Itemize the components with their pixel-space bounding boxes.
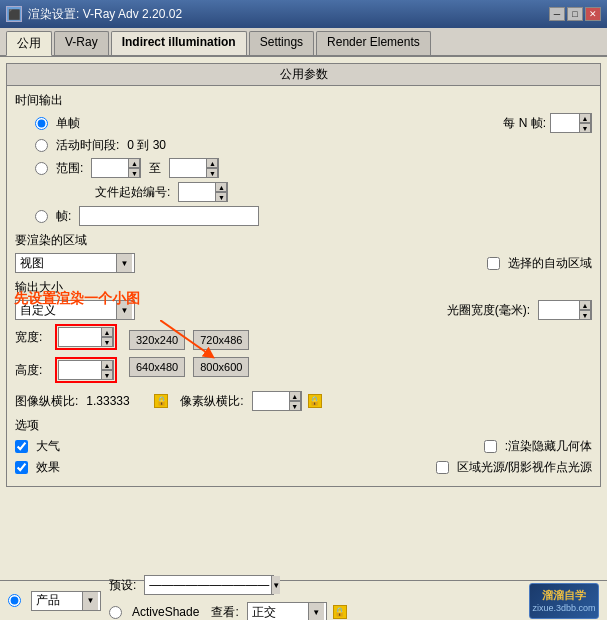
range-from-up[interactable]: ▲ <box>128 158 140 168</box>
every-n-up[interactable]: ▲ <box>579 113 591 123</box>
atmosphere-checkbox[interactable] <box>15 440 28 453</box>
active-range-label: 活动时间段: <box>56 137 119 154</box>
auto-area-label: 选择的自动区域 <box>508 255 592 272</box>
logo-box: 溜溜自学 zixue.3dbb.com <box>529 583 599 619</box>
aspect-lock-icon[interactable]: 🔒 <box>154 394 168 408</box>
aperture-up[interactable]: ▲ <box>579 300 591 310</box>
effects-label: 效果 <box>36 459 60 476</box>
preset-value: —————————— <box>147 578 271 592</box>
frames-radio[interactable] <box>35 210 48 223</box>
pixel-lock-icon[interactable]: 🔒 <box>308 394 322 408</box>
tab-common[interactable]: 公用 <box>6 31 52 56</box>
preset-row: 预设: —————————— ▼ <box>109 575 347 595</box>
section-title: 公用参数 <box>7 64 600 86</box>
width-highlight: 320 ▲ ▼ <box>55 324 117 350</box>
time-output-label: 时间输出 <box>15 92 592 109</box>
tab-bar: 公用 V-Ray Indirect illumination Settings … <box>0 28 607 57</box>
pixel-input[interactable]: 1.0 <box>253 394 289 408</box>
height-input[interactable]: 240 <box>59 363 101 377</box>
active-range-row: 活动时间段: 0 到 30 <box>35 137 592 154</box>
preset-dropdown[interactable]: —————————— ▼ <box>144 575 274 595</box>
every-n-input[interactable]: 1 <box>551 116 579 130</box>
aspect-row: 图像纵横比: 1.33333 🔒 像素纵横比: 1.0 ▲ ▼ 🔒 <box>15 391 592 411</box>
output-size-dropdown[interactable]: 自定义 ▼ <box>15 300 135 320</box>
range-row: 范围: 0 ▲ ▼ 至 100 ▲ ▼ <box>35 158 592 178</box>
height-down[interactable]: ▼ <box>101 370 113 380</box>
every-n-down[interactable]: ▼ <box>579 123 591 133</box>
active-range-value: 0 到 30 <box>127 137 166 154</box>
range-to-down[interactable]: ▼ <box>206 168 218 178</box>
frames-label: 帧: <box>56 208 71 225</box>
range-from-input[interactable]: 0 <box>92 161 128 175</box>
range-from-spinbox: 0 ▲ ▼ <box>91 158 141 178</box>
product-dropdown[interactable]: 产品 ▼ <box>31 591 101 611</box>
bottom-center: 预设: —————————— ▼ ActiveShade 查看: 正交 ▼ 🔒 <box>109 575 521 620</box>
width-label: 宽度: <box>15 329 51 346</box>
tab-render-elements[interactable]: Render Elements <box>316 31 431 55</box>
output-size-value: 自定义 <box>18 302 116 319</box>
minimize-button[interactable]: ─ <box>549 7 565 21</box>
output-size-arrow: ▼ <box>116 301 132 319</box>
options-row-2: 效果 区域光源/阴影视作点光源 <box>15 459 592 476</box>
area-lights-checkbox[interactable] <box>436 461 449 474</box>
window-icon: ⬛ <box>6 6 22 22</box>
main-content: 公用参数 时间输出 单帧 每 N 帧: 1 ▲ ▼ <box>0 57 607 577</box>
range-to-up[interactable]: ▲ <box>206 158 218 168</box>
logo-top: 溜溜自学 <box>542 588 586 603</box>
single-frame-label: 单帧 <box>56 115 80 132</box>
product-label: 产品 <box>34 592 82 609</box>
aperture-input[interactable]: 36.0 <box>539 303 579 317</box>
preset-320x240[interactable]: 320x240 <box>129 330 185 350</box>
preset-640x480[interactable]: 640x480 <box>129 357 185 377</box>
width-up[interactable]: ▲ <box>101 327 113 337</box>
output-size-dropdown-row: 自定义 ▼ 光圈宽度(毫米): 36.0 ▲ ▼ <box>15 300 592 320</box>
render-area-label: 要渲染的区域 <box>15 232 592 249</box>
tab-vray[interactable]: V-Ray <box>54 31 109 55</box>
height-highlight: 240 ▲ ▼ <box>55 357 117 383</box>
pixel-up[interactable]: ▲ <box>289 391 301 401</box>
preset-720x486[interactable]: 720x486 <box>193 330 249 350</box>
file-start-input[interactable]: 0 <box>179 185 215 199</box>
every-n-spinbox: 1 ▲ ▼ <box>550 113 592 133</box>
file-start-row: 文件起始编号: 0 ▲ ▼ <box>95 182 592 202</box>
bottom-left: 产品 ▼ <box>8 591 101 611</box>
range-radio[interactable] <box>35 162 48 175</box>
aperture-down[interactable]: ▼ <box>579 310 591 320</box>
pixel-down[interactable]: ▼ <box>289 401 301 411</box>
file-start-spinbox: 0 ▲ ▼ <box>178 182 228 202</box>
range-to-input[interactable]: 100 <box>170 161 206 175</box>
view-dropdown[interactable]: 正交 ▼ <box>247 602 327 620</box>
width-input[interactable]: 320 <box>59 330 101 344</box>
maximize-button[interactable]: □ <box>567 7 583 21</box>
to-label: 至 <box>149 160 161 177</box>
aspect-value: 1.33333 <box>86 394 150 408</box>
range-label: 范围: <box>56 160 83 177</box>
render-area-dropdown[interactable]: 视图 ▼ <box>15 253 135 273</box>
height-up[interactable]: ▲ <box>101 360 113 370</box>
file-start-up[interactable]: ▲ <box>215 182 227 192</box>
output-size-label: 输出大小 <box>15 279 592 296</box>
single-frame-radio[interactable] <box>35 117 48 130</box>
preset-800x600[interactable]: 800x600 <box>193 357 249 377</box>
height-label: 高度: <box>15 362 51 379</box>
frames-input[interactable]: 1,3,5-12 <box>79 206 259 226</box>
every-n-label: 每 N 帧: <box>503 115 546 132</box>
effects-checkbox[interactable] <box>15 461 28 474</box>
range-from-down[interactable]: ▼ <box>128 168 140 178</box>
width-down[interactable]: ▼ <box>101 337 113 347</box>
height-spinbox: 240 ▲ ▼ <box>58 360 114 380</box>
preset-label: 预设: <box>109 577 136 594</box>
auto-area-checkbox[interactable] <box>487 257 500 270</box>
aperture-spinbox: 36.0 ▲ ▼ <box>538 300 592 320</box>
active-range-radio[interactable] <box>35 139 48 152</box>
file-start-down[interactable]: ▼ <box>215 192 227 202</box>
tab-settings[interactable]: Settings <box>249 31 314 55</box>
activeshade-radio[interactable] <box>109 606 122 619</box>
close-button[interactable]: ✕ <box>585 7 601 21</box>
tab-indirect[interactable]: Indirect illumination <box>111 31 247 55</box>
view-lock-icon[interactable]: 🔒 <box>333 605 347 619</box>
preset-row-2: 640x480 800x600 <box>129 357 249 377</box>
product-radio[interactable] <box>8 594 21 607</box>
render-hidden-checkbox[interactable] <box>484 440 497 453</box>
frames-row: 帧: 1,3,5-12 <box>35 206 592 226</box>
